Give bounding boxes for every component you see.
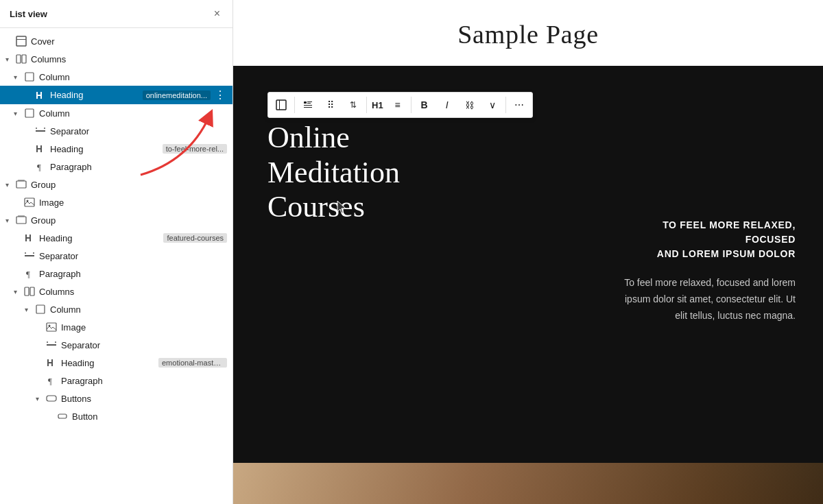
- list-view-sidebar: List view × CoverColumnsColumnHeadingonl…: [0, 0, 233, 504]
- separator-icon: [45, 339, 58, 351]
- tree-item-label-image-2: Image: [61, 322, 227, 333]
- tree-item-column-1[interactable]: Column: [0, 68, 232, 86]
- tree-item-buttons-1[interactable]: Buttons: [0, 389, 232, 407]
- tree-item-column-3[interactable]: Column: [0, 300, 232, 318]
- toolbar-divider-2: [366, 97, 367, 113]
- svg-rect-4: [25, 73, 34, 81]
- move-up-down-button[interactable]: ⇅: [342, 94, 364, 116]
- tree-item-label-column-2: Column: [39, 108, 227, 119]
- tree-item-label-paragraph-1: Paragraph: [50, 162, 227, 172]
- svg-rect-23: [47, 323, 56, 331]
- button-icon: [56, 410, 69, 422]
- tree-item-label-image-1: Image: [39, 197, 227, 208]
- tree-item-label-heading-3: Heading: [39, 233, 159, 243]
- tree-item-label-column-3: Column: [50, 304, 227, 315]
- link-button[interactable]: ⛓: [459, 94, 481, 116]
- tree-item-label-columns-2: Columns: [39, 287, 227, 297]
- svg-rect-10: [16, 181, 26, 188]
- svg-rect-3: [22, 55, 26, 63]
- dark-right-column: TO FEEL MORE RELAXED, FOCUSED AND LOREM …: [604, 66, 823, 463]
- tree-item-separator-1[interactable]: Separator: [0, 122, 232, 140]
- svg-text:¶: ¶: [26, 269, 30, 279]
- svg-rect-2: [16, 55, 21, 63]
- heading-level-label: H1: [369, 100, 386, 110]
- svg-rect-0: [16, 36, 26, 46]
- svg-rect-33: [304, 101, 307, 104]
- bold-button[interactable]: B: [414, 94, 436, 116]
- svg-rect-29: [47, 396, 56, 401]
- toolbar-divider-1: [294, 97, 295, 113]
- right-paragraph: To feel more relaxed, focused and lorem …: [617, 275, 796, 324]
- block-toolbar: ⠿ ⇅ H1 ≡ B I ⛓ ∨ ⋯: [267, 92, 533, 118]
- tree-item-label-buttons-1: Buttons: [61, 394, 227, 404]
- svg-rect-20: [25, 287, 29, 296]
- tree-item-separator-3[interactable]: Separator: [0, 336, 232, 354]
- dark-block: ⠿ ⇅ H1 ≡ B I ⛓ ∨ ⋯ Online Meditation Cou…: [233, 66, 823, 463]
- svg-rect-22: [36, 305, 45, 313]
- align-button[interactable]: ≡: [387, 94, 409, 116]
- tree-item-columns-2[interactable]: Columns: [0, 283, 232, 300]
- block-type-button[interactable]: [297, 94, 319, 116]
- tree-item-paragraph-3[interactable]: ¶Paragraph: [0, 372, 232, 389]
- heading-icon: [45, 357, 58, 369]
- tree-item-label-group-2: Group: [31, 215, 227, 226]
- svg-rect-37: [304, 107, 312, 108]
- tree-item-heading-1[interactable]: Headingonlinemeditation...⋮: [0, 86, 232, 104]
- columns-icon: [15, 53, 27, 65]
- sidebar-tree: CoverColumnsColumnHeadingonlinemeditatio…: [0, 28, 232, 504]
- more-options-dropdown[interactable]: ∨: [481, 94, 503, 116]
- tree-item-label-cover: Cover: [31, 36, 227, 47]
- svg-rect-15: [18, 215, 25, 217]
- tree-item-heading-4[interactable]: Headingemotional-maste...: [0, 354, 232, 372]
- svg-rect-11: [18, 180, 25, 181]
- svg-rect-31: [276, 100, 286, 110]
- tree-item-button-1[interactable]: Button: [0, 407, 232, 425]
- tree-item-image-1[interactable]: Image: [0, 193, 232, 211]
- tree-item-group-2[interactable]: Group: [0, 211, 232, 229]
- sidebar-title: List view: [10, 9, 47, 19]
- tree-item-label-paragraph-2: Paragraph: [39, 269, 227, 279]
- separator-icon: [34, 125, 47, 137]
- tree-item-image-2[interactable]: Image: [0, 318, 232, 336]
- options-dots[interactable]: ⋮: [213, 88, 227, 101]
- page-title: Sample Page: [233, 0, 823, 66]
- tree-item-column-2[interactable]: Column: [0, 104, 232, 122]
- italic-button[interactable]: I: [436, 94, 458, 116]
- separator-icon: [23, 250, 36, 262]
- right-heading: TO FEEL MORE RELAXED, FOCUSED AND LOREM …: [617, 218, 796, 261]
- sidebar-header: List view ×: [0, 0, 232, 28]
- image-icon: [45, 321, 58, 333]
- cover-icon: [15, 35, 27, 47]
- main-editor: Sample Page ⠿ ⇅ H1 ≡ B I ⛓ ∨: [233, 0, 823, 504]
- drag-handle[interactable]: ⠿: [320, 94, 342, 116]
- options-menu-button[interactable]: ⋯: [508, 94, 530, 116]
- heading-icon: [34, 143, 47, 155]
- tree-item-paragraph-2[interactable]: ¶Paragraph: [0, 265, 232, 283]
- svg-rect-12: [25, 198, 34, 206]
- svg-rect-32: [279, 100, 280, 110]
- tree-item-label-heading-2: Heading: [50, 144, 158, 154]
- dark-left-column: Online Meditation Courses: [233, 66, 604, 463]
- svg-rect-35: [307, 103, 311, 104]
- heading-icon: [34, 89, 47, 101]
- tree-item-heading-2[interactable]: Headingto-feel-more-rel...: [0, 140, 232, 158]
- tree-item-label-separator-1: Separator: [50, 126, 227, 136]
- toggle-sidebar-button[interactable]: [270, 94, 292, 116]
- tree-item-label-separator-2: Separator: [39, 251, 227, 261]
- tree-item-label-group-1: Group: [31, 180, 227, 190]
- tree-item-label-button-1: Button: [72, 411, 227, 422]
- meditation-heading[interactable]: Online Meditation Courses: [267, 121, 576, 225]
- tree-item-columns-1[interactable]: Columns: [0, 50, 232, 68]
- tree-item-cover[interactable]: Cover: [0, 32, 232, 50]
- heading-icon: [23, 232, 36, 244]
- page-title-text: Sample Page: [457, 20, 599, 49]
- tree-item-badge-heading-4: emotional-maste...: [158, 358, 227, 368]
- tree-item-group-1[interactable]: Group: [0, 176, 232, 193]
- tree-item-heading-3[interactable]: Headingfeatured-courses: [0, 229, 232, 247]
- column-icon: [23, 71, 36, 83]
- tree-item-separator-2[interactable]: Separator: [0, 247, 232, 265]
- close-button[interactable]: ×: [211, 7, 223, 21]
- svg-rect-21: [30, 287, 34, 296]
- tree-item-label-paragraph-3: Paragraph: [61, 376, 227, 386]
- tree-item-paragraph-1[interactable]: ¶Paragraph: [0, 158, 232, 176]
